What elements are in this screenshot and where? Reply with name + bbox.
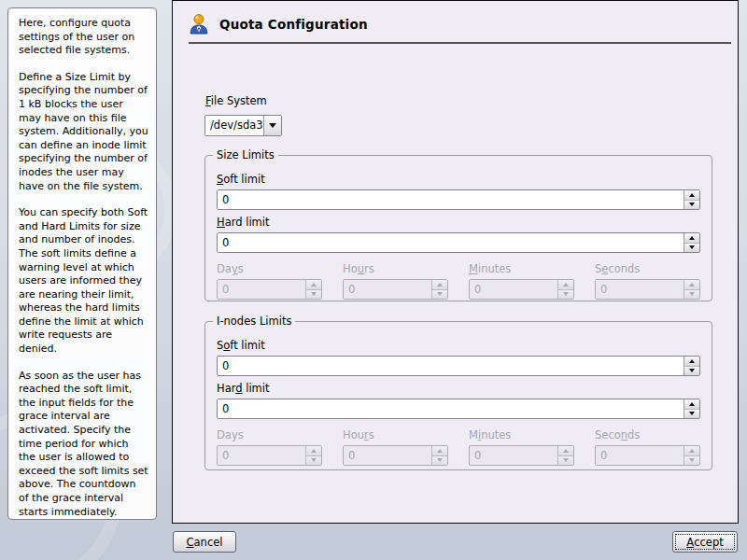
spin-up-button[interactable]: [684, 357, 699, 366]
spin-up-button[interactable]: [684, 233, 699, 243]
arrow-up-icon: [689, 193, 695, 197]
size-days-label: Days: [217, 262, 322, 275]
size-hard-limit-spinbox[interactable]: 0: [217, 232, 700, 253]
spin-down-button: [306, 455, 321, 466]
spin-down-button[interactable]: [684, 243, 699, 253]
spin-up-button: [684, 446, 699, 455]
size-hours-spinbox: 0: [343, 279, 448, 300]
inode-soft-limit-label: Soft limit: [217, 339, 700, 352]
spin-up-button: [432, 446, 447, 455]
help-paragraph: Here, configure quota settings of the us…: [19, 17, 148, 58]
size-limits-group: Size Limits Soft limit 0 Hard limit 0: [204, 155, 712, 301]
inode-hard-limit-label: Hard limit: [217, 382, 700, 395]
chevron-down-icon: [269, 123, 276, 128]
spin-down-button: [558, 455, 573, 466]
inode-seconds-label: Seconds: [595, 428, 700, 441]
inode-days-spinbox: 0: [217, 445, 322, 466]
size-seconds-label: Seconds: [595, 262, 700, 275]
arrow-up-icon: [689, 402, 695, 406]
inode-hours-spinbox: 0: [343, 445, 448, 466]
spin-down-button: [306, 289, 321, 300]
arrow-up-icon: [563, 283, 569, 287]
file-system-combobox[interactable]: /dev/sda3: [204, 115, 282, 136]
arrow-up-icon: [311, 449, 317, 453]
quota-configuration-window: { "colors": { "panel_bg": "#efedf3", "wi…: [0, 0, 747, 560]
inode-limits-legend: I-nodes Limits: [213, 315, 295, 328]
size-days-spinbox: 0: [217, 279, 322, 300]
inode-hard-limit-input[interactable]: 0: [218, 399, 684, 418]
arrow-up-icon: [437, 449, 443, 453]
help-paragraph: As soon as the user has reached the soft…: [19, 370, 148, 520]
size-minutes-spinbox: 0: [469, 279, 574, 300]
panel-header: Quota Configuration: [188, 11, 368, 37]
spin-up-button[interactable]: [684, 399, 699, 409]
inode-hours-input: 0: [344, 446, 431, 465]
size-seconds-spinbox: 0: [595, 279, 700, 300]
size-seconds-input: 0: [596, 280, 684, 299]
header-divider: [189, 42, 731, 44]
size-days-input: 0: [218, 280, 305, 299]
size-soft-limit-label: Soft limit: [217, 173, 700, 186]
spin-up-button: [306, 446, 321, 455]
main-panel: Quota Configuration File System /dev/sda…: [172, 0, 739, 524]
spin-up-button: [306, 280, 321, 289]
size-grace-interval-row: Days 0 Hours 0: [217, 262, 700, 300]
arrow-down-icon: [689, 369, 695, 372]
size-soft-limit-input[interactable]: 0: [218, 190, 684, 209]
spin-up-button: [684, 280, 699, 289]
arrow-down-icon: [563, 292, 569, 296]
arrow-up-icon: [311, 283, 317, 287]
help-paragraph: You can specify both Soft and Hard Limit…: [19, 206, 148, 357]
inode-seconds-spinbox: 0: [595, 445, 700, 466]
inode-days-label: Days: [217, 428, 322, 441]
size-minutes-input: 0: [470, 280, 557, 299]
inode-minutes-label: Minutes: [469, 428, 574, 441]
size-minutes-label: Minutes: [469, 262, 574, 275]
arrow-down-icon: [311, 458, 317, 462]
size-hard-limit-label: Hard limit: [217, 216, 700, 229]
spin-up-button: [558, 280, 573, 289]
arrow-down-icon: [689, 203, 695, 206]
file-system-dropdown-button[interactable]: [263, 116, 281, 135]
spin-down-button[interactable]: [684, 409, 699, 419]
inode-limits-group: I-nodes Limits Soft limit 0 Hard limit 0: [204, 321, 712, 470]
arrow-down-icon: [689, 292, 695, 296]
size-hard-limit-input[interactable]: 0: [218, 233, 684, 252]
spin-down-button[interactable]: [684, 366, 699, 376]
spin-down-button[interactable]: [684, 200, 699, 210]
help-sidebar: Here, configure quota settings of the us…: [0, 0, 172, 560]
arrow-down-icon: [689, 412, 695, 415]
inode-minutes-spinbox: 0: [469, 445, 574, 466]
arrow-down-icon: [563, 458, 569, 462]
inode-seconds-input: 0: [596, 446, 684, 465]
accept-button[interactable]: Accept: [672, 531, 738, 553]
spin-up-button: [432, 280, 447, 289]
arrow-up-icon: [563, 449, 569, 453]
arrow-up-icon: [689, 283, 695, 287]
inode-soft-limit-spinbox[interactable]: 0: [217, 356, 700, 376]
inode-days-input: 0: [218, 446, 305, 465]
spin-down-button: [432, 289, 447, 300]
spin-up-button: [558, 446, 573, 455]
arrow-down-icon: [689, 245, 695, 249]
spin-up-button[interactable]: [684, 190, 699, 200]
inode-hard-limit-spinbox[interactable]: 0: [217, 399, 700, 419]
size-limits-legend: Size Limits: [213, 148, 278, 161]
file-system-label: File System: [205, 94, 267, 107]
size-soft-limit-spinbox[interactable]: 0: [217, 189, 700, 210]
file-system-value[interactable]: /dev/sda3: [205, 116, 263, 135]
arrow-down-icon: [437, 292, 443, 296]
arrow-down-icon: [689, 458, 695, 462]
inode-soft-limit-input[interactable]: 0: [218, 357, 684, 375]
user-icon: [188, 13, 210, 35]
spin-down-button: [684, 289, 699, 300]
spin-down-button: [432, 455, 447, 466]
inode-minutes-input: 0: [470, 446, 557, 465]
arrow-up-icon: [437, 283, 443, 287]
cancel-button[interactable]: Cancel: [173, 531, 236, 553]
page-title: Quota Configuration: [219, 17, 368, 32]
arrow-up-icon: [689, 236, 695, 240]
size-hours-label: Hours: [343, 262, 448, 275]
inode-hours-label: Hours: [343, 428, 448, 441]
arrow-up-icon: [689, 449, 695, 453]
